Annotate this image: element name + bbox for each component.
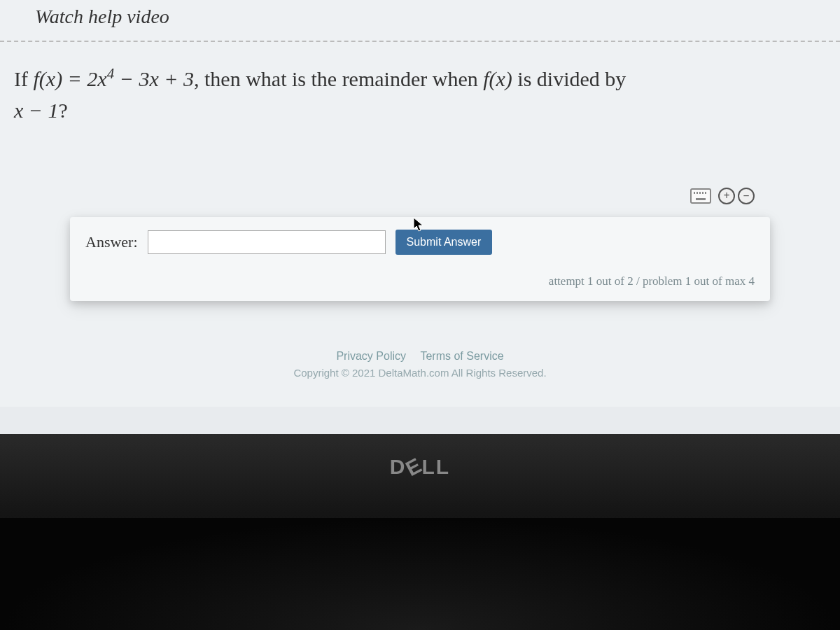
- question-prefix: If: [14, 67, 33, 90]
- submit-answer-button[interactable]: Submit Answer: [396, 230, 493, 255]
- footer-links: Privacy Policy Terms of Service: [0, 350, 840, 363]
- zoom-out-button[interactable]: −: [738, 188, 755, 204]
- question-suffix: is divided by: [512, 67, 626, 90]
- zoom-in-button[interactable]: +: [718, 188, 735, 204]
- terms-of-service-link[interactable]: Terms of Service: [420, 350, 503, 362]
- laptop-bezel: DELL: [0, 434, 840, 630]
- math-expression-fx: f(x): [483, 67, 512, 90]
- attempt-info: attempt 1 out of 2 / problem 1 out of ma…: [85, 274, 755, 288]
- question-area: If f(x) = 2x4 − 3x + 3, then what is the…: [0, 42, 840, 168]
- answer-label: Answer:: [85, 233, 138, 251]
- question-mark: ?: [59, 99, 68, 122]
- watch-help-video-link[interactable]: Watch help video: [35, 6, 169, 27]
- dell-logo: DELL: [390, 455, 450, 479]
- answer-input[interactable]: [148, 230, 386, 254]
- answer-card: + − Answer: Submit Answer attempt 1 out …: [70, 217, 770, 301]
- copyright-text: Copyright © 2021 DeltaMath.com All Right…: [0, 367, 840, 379]
- question-text: If f(x) = 2x4 − 3x + 3, then what is the…: [14, 63, 826, 126]
- privacy-policy-link[interactable]: Privacy Policy: [336, 350, 406, 362]
- math-expression-fx-eq: f(x) = 2x4 − 3x + 3: [33, 67, 194, 90]
- keyboard-icon[interactable]: [690, 188, 711, 204]
- math-expression-divisor: x − 1: [14, 99, 59, 122]
- question-middle: , then what is the remainder when: [194, 67, 483, 90]
- laptop-keyboard-area: [0, 518, 840, 630]
